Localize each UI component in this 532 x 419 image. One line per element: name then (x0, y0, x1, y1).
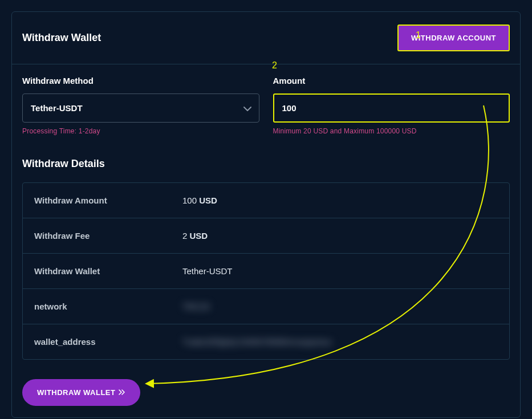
detail-row-network: network TRC20 (23, 289, 509, 324)
withdraw-details-table: Withdraw Amount 100 USD Withdraw Fee 2 U… (22, 182, 510, 360)
detail-value: Tether-USDT (182, 266, 233, 276)
form-row: Withdraw Method Tether-USDT Processing T… (22, 76, 510, 135)
amount-col: Amount Minimum 20 USD and Maximum 100000… (273, 76, 510, 135)
detail-label: wallet_address (34, 337, 182, 347)
amount-input[interactable] (273, 93, 510, 123)
amount-label: Amount (273, 76, 510, 86)
detail-label: Withdraw Amount (34, 196, 182, 205)
withdraw-method-label: Withdraw Method (22, 76, 259, 86)
annotation-2: 2 (272, 60, 277, 71)
detail-value-blurred: TxabcDEfghij1234567890klmnopqrstuv (182, 337, 332, 347)
detail-value: 2 USD (182, 231, 208, 241)
withdraw-wallet-button-label: WITHDRAW WALLET (37, 388, 115, 397)
withdraw-method-col: Withdraw Method Tether-USDT Processing T… (22, 76, 259, 135)
detail-row-wallet: Withdraw Wallet Tether-USDT (23, 254, 509, 289)
detail-row-wallet-address: wallet_address TxabcDEfghij1234567890klm… (23, 324, 509, 359)
detail-label: Withdraw Wallet (34, 266, 182, 276)
card-header: Withdraw Wallet WITHDRAW ACCOUNT (12, 12, 520, 64)
withdraw-method-select-wrap: Tether-USDT (22, 93, 259, 123)
withdraw-wallet-button[interactable]: WITHDRAW WALLET (22, 379, 140, 406)
detail-row-amount: Withdraw Amount 100 USD (23, 183, 509, 218)
method-hint: Processing Time: 1-2day (22, 127, 259, 135)
annotation-1: 1 (416, 30, 421, 40)
withdraw-wallet-card: Withdraw Wallet WITHDRAW ACCOUNT Withdra… (11, 11, 521, 418)
detail-row-fee: Withdraw Fee 2 USD (23, 218, 509, 254)
amount-hint: Minimum 20 USD and Maximum 100000 USD (273, 127, 510, 135)
detail-label: network (34, 302, 182, 311)
page-title: Withdraw Wallet (22, 32, 101, 44)
detail-value: 100 USD (182, 196, 217, 205)
detail-value-blurred: TRC20 (182, 302, 210, 311)
withdraw-details-title: Withdraw Details (22, 158, 510, 170)
detail-label: Withdraw Fee (34, 231, 182, 241)
withdraw-method-select[interactable]: Tether-USDT (22, 93, 259, 123)
double-chevron-right-icon (119, 388, 125, 397)
withdraw-account-button[interactable]: WITHDRAW ACCOUNT (397, 25, 510, 51)
card-body: Withdraw Method Tether-USDT Processing T… (12, 64, 520, 417)
